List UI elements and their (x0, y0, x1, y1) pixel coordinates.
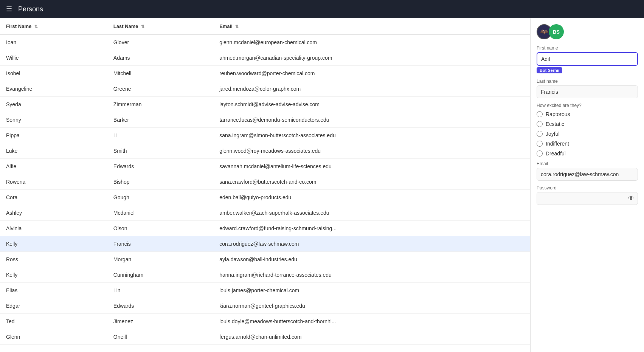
table-row[interactable]: IsobelMitchellreuben.woodward@porter-che… (0, 66, 530, 81)
cell-firstname: Ross (0, 252, 107, 267)
cell-lastname: Gough (107, 190, 213, 205)
main-area: First Name ⇅ Last Name ⇅ Email ⇅ IoanGlo… (0, 18, 644, 352)
lastname-label: Last name (537, 79, 638, 84)
radio-item-indifferent[interactable]: Indifferent (537, 141, 638, 147)
cell-email: ayla.dawson@ball-industries.edu (213, 252, 530, 267)
avatar-group: 🦇 BS (537, 24, 638, 39)
excitement-label: How excited are they? (537, 103, 638, 108)
cell-lastname: Edwards (107, 298, 213, 314)
table-header-row: First Name ⇅ Last Name ⇅ Email ⇅ (0, 18, 530, 35)
cell-email: savannah.mcdaniel@antelium-life-sciences… (213, 159, 530, 174)
table-row[interactable]: AshleyMcdanielamber.walker@zach-superhal… (0, 205, 530, 221)
cell-email: cora.rodriguez@law-schmaw.com (213, 236, 530, 252)
cell-firstname: Glenn (0, 329, 107, 345)
table-row[interactable]: AlviniaOlsonedward.crawford@fund-raising… (0, 221, 530, 236)
table-row[interactable]: SonnyBarkertarrance.lucas@demondu-semico… (0, 112, 530, 128)
table-row[interactable]: RossMorganayla.dawson@ball-industries.ed… (0, 252, 530, 267)
cell-email: eden.ball@quiyo-products.edu (213, 190, 530, 205)
radio-item-joyful[interactable]: Joyful (537, 131, 638, 137)
radio-item-raptorous[interactable]: Raptorous (537, 111, 638, 117)
cell-firstname: Kelly (0, 267, 107, 283)
cell-lastname: Adams (107, 50, 213, 66)
table-row[interactable]: CoraGougheden.ball@quiyo-products.edu (0, 190, 530, 205)
cell-firstname: Sonny (0, 112, 107, 128)
table-row[interactable]: EliasLinlouis.james@porter-chemical.com (0, 283, 530, 298)
radio-indifferent[interactable] (537, 141, 543, 147)
sort-icon-email: ⇅ (235, 24, 239, 29)
top-bar: ☰ Persons (0, 0, 644, 18)
eye-icon[interactable]: 👁 (628, 195, 634, 202)
table-row[interactable]: EdgarEdwardskiara.norman@genteel-graphic… (0, 298, 530, 314)
radio-label-ecstatic: Ecstatic (546, 121, 564, 127)
radio-joyful[interactable] (537, 131, 543, 137)
table-row[interactable]: AlfieEdwardssavannah.mcdaniel@antelium-l… (0, 159, 530, 174)
right-panel: 🦇 BS First name Bot Serhii Last name How… (531, 18, 644, 352)
avatar-bs: BS (549, 24, 564, 39)
sort-icon-firstname: ⇅ (34, 24, 38, 29)
table-row[interactable]: TedJimenezlouis.doyle@meadows-butterscot… (0, 314, 530, 329)
firstname-input[interactable] (537, 52, 638, 66)
radio-ecstatic[interactable] (537, 121, 543, 127)
cell-lastname: Li (107, 128, 213, 143)
cell-email: tarrance.lucas@demondu-semiconductors.ed… (213, 112, 530, 128)
cell-firstname: Rowena (0, 174, 107, 190)
persons-table: First Name ⇅ Last Name ⇅ Email ⇅ IoanGlo… (0, 18, 530, 345)
cell-email: hanna.ingram@richard-torrance-associates… (213, 267, 530, 283)
radio-item-dreadful[interactable]: Dreadful (537, 150, 638, 157)
email-label: Email (537, 161, 638, 166)
cell-firstname: Isobel (0, 66, 107, 81)
table-row[interactable]: KellyFranciscora.rodriguez@law-schmaw.co… (0, 236, 530, 252)
table-row[interactable]: EvangelineGreenejared.mendoza@color-grap… (0, 81, 530, 97)
radio-label-dreadful: Dreadful (546, 150, 566, 157)
firstname-label: First name (537, 45, 638, 51)
table-row[interactable]: SyedaZimmermanlayton.schmidt@advise-advi… (0, 97, 530, 112)
email-input[interactable] (537, 168, 638, 181)
cell-lastname: Mcdaniel (107, 205, 213, 221)
table-row[interactable]: GlennOneillfergus.arnold@chan-unlimited.… (0, 329, 530, 345)
cell-firstname: Ioan (0, 35, 107, 50)
table-row[interactable]: PippaLisana.ingram@simon-butterscotch-as… (0, 128, 530, 143)
table-row[interactable]: IoanGloverglenn.mcdaniel@european-chemic… (0, 35, 530, 50)
cell-lastname: Greene (107, 81, 213, 97)
radio-item-ecstatic[interactable]: Ecstatic (537, 121, 638, 127)
radio-label-indifferent: Indifferent (546, 141, 569, 147)
cell-email: glenn.wood@roy-meadows-associates.edu (213, 143, 530, 159)
table-row[interactable]: LukeSmithglenn.wood@roy-meadows-associat… (0, 143, 530, 159)
radio-label-joyful: Joyful (546, 131, 560, 137)
cell-firstname: Willie (0, 50, 107, 66)
col-email[interactable]: Email ⇅ (213, 18, 530, 35)
cell-lastname: Lin (107, 283, 213, 298)
cell-lastname: Francis (107, 236, 213, 252)
cell-firstname: Ashley (0, 205, 107, 221)
cell-lastname: Glover (107, 35, 213, 50)
cell-lastname: Bishop (107, 174, 213, 190)
lastname-input[interactable] (537, 85, 638, 98)
cell-lastname: Smith (107, 143, 213, 159)
cell-firstname: Evangeline (0, 81, 107, 97)
radio-raptorous[interactable] (537, 111, 543, 117)
bot-badge: Bot Serhii (537, 67, 562, 73)
cell-firstname: Alvinia (0, 221, 107, 236)
cell-email: reuben.woodward@porter-chemical.com (213, 66, 530, 81)
cell-lastname: Jimenez (107, 314, 213, 329)
col-firstname[interactable]: First Name ⇅ (0, 18, 107, 35)
table-row[interactable]: WillieAdamsahmed.morgan@canadian-special… (0, 50, 530, 66)
table-row[interactable]: RowenaBishopsana.crawford@butterscotch-a… (0, 174, 530, 190)
sort-icon-lastname: ⇅ (141, 24, 144, 29)
password-input[interactable] (537, 192, 638, 205)
cell-firstname: Edgar (0, 298, 107, 314)
menu-icon[interactable]: ☰ (6, 5, 12, 13)
table-row[interactable]: KellyCunninghamhanna.ingram@richard-torr… (0, 267, 530, 283)
cell-lastname: Barker (107, 112, 213, 128)
cell-lastname: Mitchell (107, 66, 213, 81)
cell-lastname: Oneill (107, 329, 213, 345)
cell-firstname: Alfie (0, 159, 107, 174)
password-wrapper: 👁 (537, 192, 638, 205)
cell-firstname: Ted (0, 314, 107, 329)
excitement-radio-group: RaptorousEcstaticJoyfulIndifferentDreadf… (537, 111, 638, 157)
col-lastname[interactable]: Last Name ⇅ (107, 18, 213, 35)
radio-dreadful[interactable] (537, 150, 543, 157)
cell-email: glenn.mcdaniel@european-chemical.com (213, 35, 530, 50)
cell-email: sana.ingram@simon-butterscotch-associate… (213, 128, 530, 143)
cell-email: amber.walker@zach-superhalk-associates.e… (213, 205, 530, 221)
